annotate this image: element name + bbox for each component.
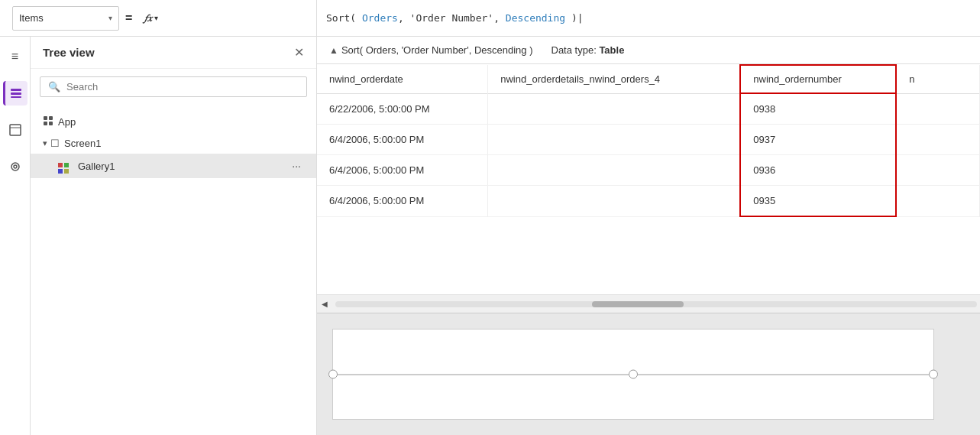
- tools-icon[interactable]: [3, 154, 27, 179]
- tree-item-app-label: App: [58, 116, 304, 128]
- scrollbar-track[interactable]: [335, 301, 977, 307]
- fx-icon: 𝑓𝑥: [144, 12, 152, 24]
- tree-item-gallery1-label: Gallery1: [78, 161, 289, 172]
- layers-icon[interactable]: [3, 81, 27, 106]
- svg-rect-2: [11, 96, 21, 98]
- items-dropdown[interactable]: Items ▾: [12, 6, 119, 31]
- svg-rect-8: [49, 116, 53, 120]
- cell-extra-3: [896, 155, 979, 186]
- cell-details-1: [488, 93, 741, 125]
- data-table: nwind_orderdate nwind_orderdetails_nwind…: [317, 64, 980, 217]
- tree-panel: Tree view ✕ 🔍 App: [31, 37, 317, 435]
- data-icon[interactable]: [3, 118, 27, 142]
- svg-rect-10: [49, 122, 53, 125]
- app-icon: [43, 115, 53, 128]
- cell-ordernumber-4: 0935: [740, 186, 896, 217]
- fx-button[interactable]: 𝑓𝑥 ▾: [138, 6, 164, 31]
- svg-rect-0: [11, 89, 21, 91]
- cell-extra-1: [896, 93, 979, 125]
- hamburger-menu-icon[interactable]: ≡: [3, 44, 27, 69]
- table-header-row: nwind_orderdate nwind_orderdetails_nwind…: [317, 65, 980, 93]
- svg-point-5: [11, 163, 19, 170]
- equals-sign: =: [125, 11, 132, 25]
- cell-details-2: [488, 125, 741, 155]
- cell-ordernumber-3: 0936: [740, 155, 896, 186]
- expand-icon: ▾: [43, 138, 47, 148]
- col-header-extra: n: [896, 65, 979, 93]
- col-header-orderdetails: nwind_orderdetails_nwind_orders_4: [488, 65, 741, 93]
- table-row: 6/22/2006, 5:00:00 PM 0938: [317, 93, 980, 125]
- tree-item-screen1-label: Screen1: [64, 138, 304, 149]
- canvas-handle-center[interactable]: [629, 370, 638, 379]
- cell-ordernumber-1: 0938: [740, 93, 896, 125]
- canvas-handle-right[interactable]: [929, 370, 938, 379]
- cell-date-2: 6/4/2006, 5:00:00 PM: [317, 125, 488, 155]
- screen-icon: ☐: [50, 138, 60, 149]
- data-type-text: Data type:: [551, 44, 597, 56]
- col-header-ordernumber: nwind_ordernumber: [740, 65, 896, 93]
- tree-item-app[interactable]: App: [31, 111, 316, 133]
- tree-close-button[interactable]: ✕: [294, 47, 304, 59]
- svg-rect-1: [11, 93, 21, 95]
- formula-text: Sort( Orders, 'Order Number', Descending…: [326, 12, 584, 24]
- svg-point-6: [14, 165, 17, 168]
- tree-item-screen1[interactable]: ▾ ☐ Screen1: [31, 133, 316, 154]
- cell-date-4: 6/4/2006, 5:00:00 PM: [317, 186, 488, 217]
- svg-rect-9: [44, 122, 47, 125]
- chevron-down-icon: ▾: [108, 14, 112, 22]
- data-panel-header: ▲ Sort( Orders, 'Order Number', Descendi…: [317, 37, 980, 64]
- items-dropdown-label: Items: [19, 12, 104, 24]
- scroll-left-button[interactable]: ◀: [317, 295, 332, 313]
- search-input[interactable]: [66, 81, 299, 93]
- formula-display-text: Sort( Orders, 'Order Number', Descending…: [341, 44, 533, 56]
- sidebar-icons: ≡: [0, 37, 31, 435]
- gallery-icon: [58, 158, 69, 174]
- table-body: 6/22/2006, 5:00:00 PM 0938 6/4/2006, 5:0…: [317, 93, 980, 216]
- svg-rect-3: [10, 125, 21, 135]
- top-bar-left: Items ▾ = 𝑓𝑥 ▾: [0, 0, 317, 36]
- data-panel: ▲ Sort( Orders, 'Order Number', Descendi…: [317, 37, 980, 435]
- data-type-label: Data type: Table: [551, 44, 625, 56]
- svg-rect-7: [44, 116, 47, 120]
- cell-date-3: 6/4/2006, 5:00:00 PM: [317, 155, 488, 186]
- col-header-orderdate: nwind_orderdate: [317, 65, 488, 93]
- cell-details-4: [488, 186, 741, 217]
- formula-bar[interactable]: Sort( Orders, 'Order Number', Descending…: [317, 9, 980, 27]
- data-type-value: Table: [599, 44, 624, 56]
- horizontal-scrollbar[interactable]: ◀: [317, 294, 980, 313]
- cell-ordernumber-2: 0937: [740, 125, 896, 155]
- table-row: 6/4/2006, 5:00:00 PM 0935: [317, 186, 980, 217]
- canvas-area: [317, 313, 980, 435]
- more-options-button[interactable]: ···: [289, 158, 304, 174]
- cell-date-1: 6/22/2006, 5:00:00 PM: [317, 93, 488, 125]
- canvas-content: [332, 329, 934, 420]
- tree-item-gallery1[interactable]: Gallery1 ···: [31, 154, 316, 178]
- canvas-handle-line: [333, 374, 933, 375]
- cell-details-3: [488, 155, 741, 186]
- tree-title: Tree view: [43, 46, 95, 59]
- collapse-icon[interactable]: ▲: [329, 45, 338, 56]
- tree-header: Tree view ✕: [31, 37, 316, 69]
- cell-extra-4: [896, 186, 979, 217]
- top-bar: Items ▾ = 𝑓𝑥 ▾ Sort( Orders, 'Order Numb…: [0, 0, 980, 37]
- fx-chevron-icon: ▾: [154, 14, 158, 22]
- scrollbar-thumb[interactable]: [592, 301, 684, 307]
- main-content: ≡ Tree view ✕ 🔍: [0, 37, 980, 435]
- table-row: 6/4/2006, 5:00:00 PM 0937: [317, 125, 980, 155]
- data-table-wrapper: nwind_orderdate nwind_orderdetails_nwind…: [317, 64, 980, 294]
- table-row: 6/4/2006, 5:00:00 PM 0936: [317, 155, 980, 186]
- tree-items: App ▾ ☐ Screen1 Gallery1 ·: [31, 105, 316, 184]
- canvas-handle-left[interactable]: [328, 370, 338, 379]
- cell-extra-2: [896, 125, 979, 155]
- tree-search-container: 🔍: [40, 76, 307, 97]
- search-icon: 🔍: [48, 81, 60, 93]
